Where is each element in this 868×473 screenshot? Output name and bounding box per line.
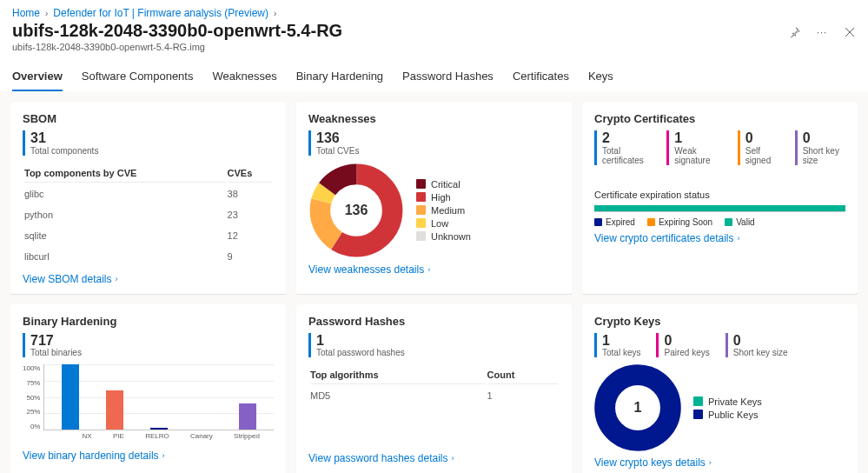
sbom-total-label: Total components (30, 146, 98, 156)
view-password-hashes-details-link[interactable]: View password hashes details› (308, 452, 454, 464)
sbom-col-cves: CVEs (228, 164, 272, 183)
view-crypto-certificates-details-link[interactable]: View crypto certificates details› (594, 232, 740, 244)
password-col-alg: Top algorithms (310, 366, 486, 384)
view-weaknesses-details-link[interactable]: View weaknesses details› (308, 263, 430, 276)
tab-bar: Overview Software Components Weaknesses … (12, 64, 856, 91)
breadcrumb-home[interactable]: Home (12, 7, 40, 19)
tab-keys[interactable]: Keys (588, 64, 613, 91)
binary-total-label: Total binaries (30, 348, 82, 357)
chevron-right-icon: › (162, 451, 165, 460)
pin-icon[interactable] (788, 26, 800, 38)
weaknesses-donut-center: 136 (345, 203, 368, 218)
sbom-col-name: Top components by CVE (24, 164, 226, 183)
card-crypto-keys: Crypto Keys 1Total keys 0Paired keys 0Sh… (582, 304, 858, 473)
card-title: Crypto Keys (594, 315, 845, 328)
card-crypto-certificates: Crypto Certificates 2Total certificates … (582, 102, 858, 294)
bar-nx (62, 364, 79, 430)
card-password-hashes: Password Hashes 1 Total password hashes … (296, 304, 572, 473)
page-title: ubifs-128k-2048-3390b0-openwrt-5.4-RG (12, 21, 342, 41)
weaknesses-legend: Critical High Medium Low Unknown (416, 177, 471, 244)
binary-hardening-chart: 100% 75% 50% 25% 0% (23, 364, 274, 444)
breadcrumb: Home › Defender for IoT | Firmware analy… (12, 7, 856, 19)
crypto-keys-legend: Private Keys Public Keys (693, 394, 762, 423)
cert-expiration-legend: Expired Expiring Soon Valid (594, 217, 845, 227)
card-title: Weaknesses (308, 112, 560, 125)
crypto-keys-donut-chart: 1 (594, 364, 681, 451)
weaknesses-total-value: 136 (316, 130, 359, 146)
tab-binary-hardening[interactable]: Binary Hardening (296, 64, 383, 91)
swatch-medium (416, 205, 426, 215)
swatch-unknown (416, 231, 426, 241)
swatch-high (416, 192, 426, 202)
crypto-keys-donut-center: 1 (634, 400, 642, 416)
table-row: python23 (24, 205, 272, 224)
chevron-right-icon: › (427, 265, 430, 274)
chevron-right-icon: › (709, 458, 712, 467)
view-sbom-details-link[interactable]: View SBOM details› (23, 273, 118, 285)
swatch-expiring-soon (647, 218, 655, 226)
card-title: Password Hashes (308, 315, 560, 328)
chevron-right-icon: › (116, 275, 118, 283)
card-title: Binary Hardening (23, 315, 274, 328)
card-binary-hardening: Binary Hardening 717 Total binaries 100%… (10, 304, 286, 473)
table-row: libcurl9 (24, 247, 272, 266)
chevron-right-icon: › (452, 454, 454, 463)
weaknesses-total-label: Total CVEs (316, 146, 359, 156)
swatch-expired (594, 218, 602, 226)
table-row: sqlite12 (24, 226, 272, 245)
tab-password-hashes[interactable]: Password Hashes (402, 64, 494, 91)
bar-stripped (239, 403, 256, 430)
card-weaknesses: Weaknesses 136 Total CVEs 136 Critical (296, 102, 572, 294)
swatch-public-keys (693, 410, 703, 419)
close-icon[interactable] (844, 26, 856, 38)
bar-relro (150, 428, 168, 430)
tab-overview[interactable]: Overview (12, 64, 63, 91)
more-icon[interactable]: ··· (816, 26, 828, 38)
chevron-right-icon: › (45, 9, 48, 18)
tab-weaknesses[interactable]: Weaknesses (212, 64, 276, 91)
view-binary-hardening-details-link[interactable]: View binary hardening details› (23, 450, 165, 462)
tab-certificates[interactable]: Certificates (513, 64, 569, 91)
password-col-count: Count (487, 366, 558, 384)
password-total-value: 1 (316, 333, 405, 349)
table-row: MD5 1 (310, 386, 558, 405)
breadcrumb-parent[interactable]: Defender for IoT | Firmware analysis (Pr… (53, 7, 268, 19)
password-table: Top algorithms Count MD5 1 (308, 364, 560, 407)
swatch-critical (416, 179, 426, 189)
binary-total-value: 717 (30, 333, 82, 349)
swatch-valid (725, 218, 732, 226)
cert-expiration-title: Certificate expiration status (594, 190, 845, 200)
page-subtitle: ubifs-128k-2048-3390b0-openwrt-5.4-RG.im… (12, 42, 342, 52)
password-total-label: Total password hashes (316, 348, 405, 357)
cert-expiration-bar (594, 205, 845, 212)
view-crypto-keys-details-link[interactable]: View crypto keys details› (594, 456, 712, 469)
card-title: Crypto Certificates (594, 112, 845, 125)
card-sbom: SBOM 31 Total components Top components … (10, 102, 286, 294)
swatch-private-keys (693, 396, 703, 406)
card-title: SBOM (23, 112, 274, 125)
sbom-table: Top components by CVE CVEs glibc38 pytho… (23, 163, 274, 268)
swatch-low (416, 218, 426, 228)
table-row: glibc38 (24, 184, 272, 203)
chevron-right-icon: › (738, 234, 740, 243)
chevron-right-icon: › (274, 9, 276, 18)
bar-pie (106, 390, 123, 430)
tab-software-components[interactable]: Software Components (82, 64, 194, 91)
sbom-total-value: 31 (30, 130, 98, 146)
weaknesses-donut-chart: 136 (308, 163, 404, 258)
